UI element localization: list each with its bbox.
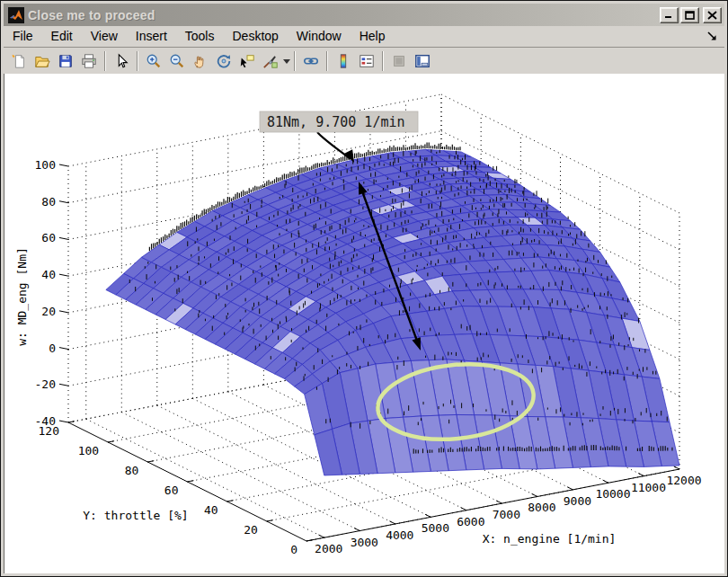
toolbar-separator	[137, 51, 138, 71]
menu-file[interactable]: File	[4, 26, 42, 47]
new-figure-icon[interactable]	[8, 50, 30, 72]
link-plot-icon[interactable]	[300, 50, 322, 72]
y-tick-label: 100	[78, 444, 99, 457]
x-tick-label: 3000	[351, 536, 378, 549]
z-tick-label: 20	[41, 305, 56, 318]
menu-tools[interactable]: Tools	[176, 26, 224, 47]
matlab-figure-window: Close me to proceed File Edit View Inser…	[0, 0, 728, 577]
x-tick-label: 2000	[315, 542, 342, 555]
toolbar-separator	[382, 51, 384, 71]
close-button[interactable]	[703, 7, 722, 23]
menu-desktop[interactable]: Desktop	[223, 26, 287, 47]
z-tick-label: -20	[35, 377, 56, 391]
open-file-icon[interactable]	[31, 50, 53, 72]
edit-plot-cursor-icon[interactable]	[111, 50, 132, 72]
x-tick-label: 8000	[528, 501, 555, 514]
dock-figure-arrow-icon[interactable]	[707, 31, 717, 41]
x-tick-label: 9000	[564, 494, 591, 508]
z-tick-label: 40	[41, 268, 56, 281]
brush-dropdown-caret[interactable]	[283, 59, 290, 64]
hide-plot-tools-icon[interactable]	[388, 50, 410, 72]
y-tick-label: 0	[290, 543, 297, 556]
toolbar-separator	[104, 51, 106, 71]
z-tick-label: 0	[49, 342, 56, 355]
menu-help[interactable]: Help	[351, 26, 395, 47]
minimize-icon	[664, 11, 674, 19]
rotate-3d-icon[interactable]	[213, 50, 235, 72]
maximize-button[interactable]	[680, 7, 699, 23]
data-cursor-icon[interactable]	[236, 50, 258, 72]
matlab-logo-icon	[8, 7, 24, 23]
zoom-in-icon[interactable]	[143, 50, 164, 72]
insert-legend-icon[interactable]	[356, 50, 377, 72]
y-tick-label: 20	[244, 523, 258, 537]
z-axis-label: w: MD_eng [Nm]	[15, 247, 29, 346]
z-tick-label: 100	[35, 158, 56, 172]
maximize-icon	[685, 11, 695, 20]
brush-data-icon[interactable]	[260, 50, 281, 72]
menu-insert[interactable]: Insert	[127, 26, 176, 47]
x-tick-label: 7000	[493, 508, 520, 521]
menu-edit[interactable]: Edit	[42, 26, 82, 47]
pan-hand-icon[interactable]	[190, 50, 211, 72]
figure-toolbar	[4, 49, 724, 74]
z-tick-label: -40	[35, 414, 56, 428]
x-tick-label: 11000	[631, 481, 666, 494]
y-tick-label: 40	[204, 503, 218, 517]
y-axis-label: Y: throttle [%]	[83, 509, 188, 522]
zoom-out-icon[interactable]	[166, 50, 188, 72]
minimize-button[interactable]	[660, 7, 679, 23]
titlebar: Close me to proceed	[4, 4, 724, 26]
surface-plot[interactable]: 2000300040005000600070008000900010000110…	[4, 75, 725, 573]
show-plot-tools-icon[interactable]	[412, 50, 433, 72]
x-tick-label: 6000	[457, 515, 484, 528]
x-tick-label: 10000	[595, 487, 630, 501]
peak-annotation-text: 81Nm, 9.700 1/min	[267, 114, 405, 130]
z-tick-label: 60	[41, 231, 56, 244]
insert-colorbar-icon[interactable]	[333, 50, 354, 72]
window-title: Close me to proceed	[28, 8, 658, 22]
toolbar-separator	[326, 51, 328, 71]
toolbar-separator	[294, 51, 296, 71]
y-tick-label: 80	[125, 464, 139, 477]
y-tick-label: 60	[164, 484, 179, 497]
figure-canvas: 2000300040005000600070008000900010000110…	[4, 74, 724, 573]
menu-view[interactable]: View	[82, 26, 127, 47]
menubar: File Edit View Insert Tools Desktop Wind…	[4, 26, 724, 48]
z-tick-label: 80	[41, 195, 56, 209]
print-figure-icon[interactable]	[78, 50, 100, 72]
x-tick-label: 5000	[422, 521, 449, 535]
x-tick-label: 12000	[666, 474, 701, 487]
menu-window[interactable]: Window	[288, 26, 351, 47]
close-icon	[707, 11, 717, 20]
x-axis-label: X: n_engine [1/min]	[483, 532, 617, 546]
x-tick-label: 4000	[386, 528, 413, 542]
save-figure-icon[interactable]	[55, 50, 76, 72]
